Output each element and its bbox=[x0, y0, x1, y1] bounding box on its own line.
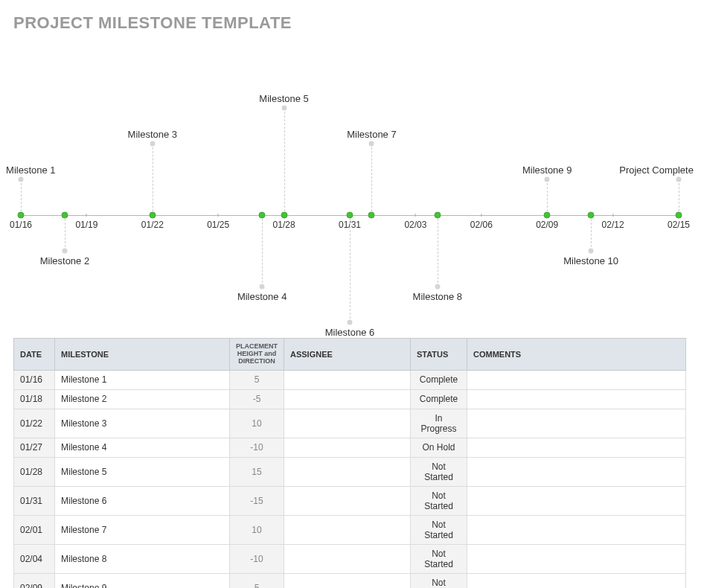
milestone-axis-dot bbox=[588, 212, 595, 219]
milestone-axis-dot bbox=[259, 212, 266, 219]
cell-date: 01/31 bbox=[14, 486, 55, 515]
cell-placement: 10 bbox=[230, 515, 284, 544]
milestone-stem bbox=[350, 215, 350, 322]
axis-tick: 02/09 bbox=[536, 220, 558, 230]
cell-comments bbox=[467, 486, 686, 515]
cell-assignee bbox=[284, 438, 411, 457]
cell-placement: -10 bbox=[230, 438, 284, 457]
cell-status: Complete bbox=[411, 389, 467, 409]
axis-tick: 02/12 bbox=[602, 220, 624, 230]
cell-assignee bbox=[284, 389, 411, 409]
cell-milestone: Milestone 8 bbox=[55, 544, 230, 573]
cell-placement: -15 bbox=[230, 486, 284, 515]
cell-milestone: Milestone 6 bbox=[55, 486, 230, 515]
col-placement: PLACEMENT HEIGHT and DIRECTION bbox=[230, 339, 284, 371]
table-row: 02/01Milestone 710Not Started bbox=[14, 515, 686, 544]
milestone-axis-dot bbox=[544, 212, 551, 219]
milestone-axis-dot bbox=[61, 212, 68, 219]
milestone-stem bbox=[371, 144, 372, 215]
cell-placement: 15 bbox=[230, 457, 284, 486]
milestone-label: Milestone 6 bbox=[325, 327, 374, 338]
cell-placement: -5 bbox=[230, 389, 284, 409]
cell-comments bbox=[467, 409, 686, 438]
cell-date: 02/01 bbox=[14, 515, 55, 544]
cell-date: 01/18 bbox=[14, 389, 55, 409]
axis-tick: 01/19 bbox=[75, 220, 97, 230]
milestone-axis-dot bbox=[281, 212, 287, 219]
cell-comments bbox=[467, 389, 686, 409]
cell-comments bbox=[467, 544, 686, 573]
cell-placement: 5 bbox=[230, 573, 284, 588]
axis-tick: 01/16 bbox=[10, 220, 32, 230]
milestone-stem bbox=[438, 215, 438, 287]
axis-tick: 02/03 bbox=[404, 220, 426, 230]
milestone-label: Milestone 3 bbox=[128, 129, 177, 140]
cell-milestone: Milestone 2 bbox=[55, 389, 230, 409]
axis-tick: 01/28 bbox=[273, 220, 295, 230]
cell-date: 02/09 bbox=[14, 573, 55, 588]
milestone-tip-dot bbox=[348, 320, 353, 325]
cell-assignee bbox=[284, 457, 411, 486]
milestone-table: DATE MILESTONE PLACEMENT HEIGHT and DIRE… bbox=[13, 338, 686, 588]
cell-assignee bbox=[284, 544, 411, 573]
table-row: 01/22Milestone 310In Progress bbox=[14, 409, 686, 438]
milestone-timeline-chart: 01/1601/1901/2201/2501/2801/3102/0302/06… bbox=[13, 40, 686, 316]
milestone-stem bbox=[591, 215, 592, 251]
table-row: 02/04Milestone 8-10Not Started bbox=[14, 544, 686, 573]
milestone-tip-dot bbox=[281, 106, 287, 111]
cell-status: On Hold bbox=[411, 438, 467, 457]
cell-status: Complete bbox=[411, 370, 467, 389]
milestone-tip-dot bbox=[589, 249, 594, 254]
col-assignee: ASSIGNEE bbox=[284, 339, 411, 371]
milestone-label: Milestone 10 bbox=[563, 255, 618, 266]
axis-tick: 01/22 bbox=[141, 220, 164, 230]
cell-placement: 10 bbox=[230, 409, 284, 438]
cell-milestone: Milestone 3 bbox=[55, 409, 230, 438]
cell-placement: 5 bbox=[230, 370, 284, 389]
table-row: 01/31Milestone 6-15Not Started bbox=[14, 486, 686, 515]
cell-comments bbox=[467, 515, 686, 544]
cell-milestone: Milestone 9 bbox=[55, 573, 230, 588]
milestone-axis-dot bbox=[676, 212, 682, 219]
cell-date: 01/27 bbox=[14, 438, 55, 457]
cell-date: 01/28 bbox=[14, 457, 55, 486]
col-milestone: MILESTONE bbox=[55, 339, 230, 371]
milestone-axis-dot bbox=[434, 212, 441, 219]
milestone-stem bbox=[153, 144, 153, 215]
cell-assignee bbox=[284, 515, 411, 544]
milestone-tip-dot bbox=[435, 284, 440, 290]
cell-assignee bbox=[284, 370, 411, 389]
cell-comments bbox=[467, 370, 686, 389]
page-title: PROJECT MILESTONE TEMPLATE bbox=[13, 13, 688, 33]
col-date: DATE bbox=[14, 339, 55, 371]
axis-tick: 02/15 bbox=[668, 220, 690, 230]
milestone-tip-dot bbox=[545, 177, 550, 182]
milestone-axis-dot bbox=[347, 212, 353, 219]
cell-milestone: Milestone 4 bbox=[55, 438, 230, 457]
cell-comments bbox=[467, 438, 686, 457]
milestone-stem bbox=[679, 179, 679, 215]
milestone-label: Milestone 4 bbox=[237, 291, 287, 302]
cell-assignee bbox=[284, 573, 411, 588]
milestone-tip-dot bbox=[19, 177, 24, 182]
milestone-axis-dot bbox=[18, 212, 25, 219]
cell-placement: -10 bbox=[230, 544, 284, 573]
milestone-tip-dot bbox=[369, 141, 374, 147]
table-row: 01/18Milestone 2-5Complete bbox=[14, 389, 686, 409]
cell-date: 01/22 bbox=[14, 409, 55, 438]
milestone-label: Milestone 5 bbox=[259, 93, 308, 104]
milestone-axis-dot bbox=[149, 212, 156, 219]
axis-tick: 02/06 bbox=[470, 220, 493, 230]
milestone-label: Milestone 8 bbox=[413, 291, 462, 302]
milestone-stem bbox=[284, 108, 285, 215]
table-row: 01/28Milestone 515Not Started bbox=[14, 457, 686, 486]
cell-comments bbox=[467, 573, 686, 588]
cell-milestone: Milestone 7 bbox=[55, 515, 230, 544]
cell-date: 02/04 bbox=[14, 544, 55, 573]
cell-status: Not Started bbox=[411, 573, 467, 588]
milestone-tip-dot bbox=[676, 177, 682, 182]
table-row: 01/16Milestone 15Complete bbox=[14, 370, 686, 389]
milestone-stem bbox=[262, 215, 263, 287]
cell-status: In Progress bbox=[411, 409, 467, 438]
milestone-stem bbox=[547, 179, 548, 215]
